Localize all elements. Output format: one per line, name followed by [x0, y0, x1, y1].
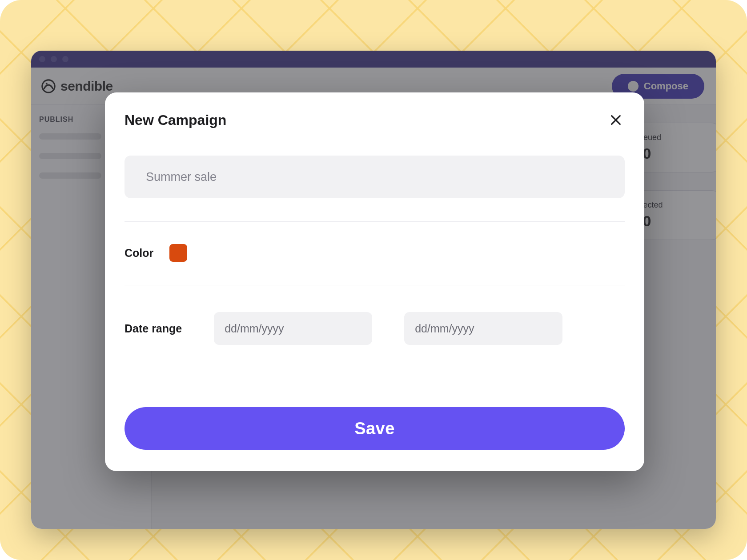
new-campaign-modal: New Campaign Color Date range	[105, 92, 644, 471]
date-start-field[interactable]	[214, 312, 372, 345]
save-label: Save	[354, 419, 395, 438]
close-icon	[609, 113, 623, 127]
modal-close-button[interactable]	[607, 111, 625, 129]
page-background: sendible Compose PUBLISH Queued 0	[0, 0, 747, 560]
color-swatch[interactable]	[169, 244, 187, 262]
save-button[interactable]: Save	[124, 407, 625, 450]
modal-title: New Campaign	[124, 112, 226, 128]
modal-header: New Campaign	[124, 111, 625, 129]
date-range-label: Date range	[124, 322, 182, 335]
color-label: Color	[124, 247, 153, 260]
date-range-row: Date range	[124, 312, 625, 345]
divider	[124, 285, 625, 285]
campaign-name-input[interactable]	[124, 156, 625, 198]
date-end-field[interactable]	[404, 312, 562, 345]
date-start-input[interactable]	[225, 322, 365, 335]
divider	[124, 221, 625, 222]
color-row: Color	[124, 244, 625, 262]
date-end-input[interactable]	[415, 322, 555, 335]
